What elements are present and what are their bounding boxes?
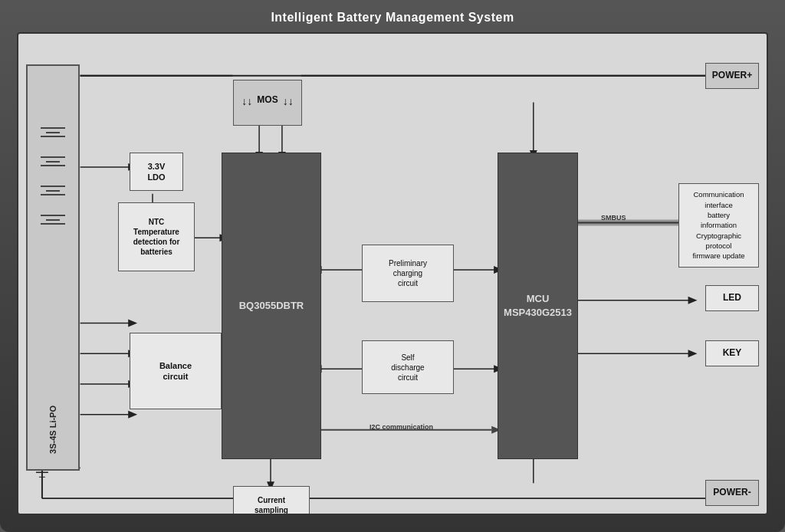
battery-block: 3S-4S Li-PO <box>26 64 80 471</box>
bq3055-label: BQ3055DBTR <box>239 299 304 313</box>
svg-marker-35 <box>688 297 698 304</box>
power-minus-block: POWER- <box>705 480 759 506</box>
self-discharge-block: Self discharge circuit <box>362 340 454 394</box>
main-container: Intelligent Battery Management System <box>0 0 785 532</box>
diagram-area: 3S-4S Li-PO <box>17 32 768 515</box>
mos-block: ↓↓ MOS ↓↓ <box>233 80 302 126</box>
key-label: KEY <box>723 347 742 360</box>
diagram-title: Intelligent Battery Management System <box>271 11 514 25</box>
svg-marker-37 <box>688 350 698 357</box>
mcu-label: MCU MSP430G2513 <box>504 292 572 320</box>
preliminary-charging-label: Preliminary charging circuit <box>389 258 427 288</box>
battery-label: 3S-4S Li-PO <box>48 406 58 454</box>
ntc-block: NTC Temperature detection for batteries <box>118 202 195 271</box>
comm-label: Communication interface battery informat… <box>692 189 744 261</box>
power-minus-label: POWER- <box>713 487 751 499</box>
i2c-label: I2C communication <box>370 423 433 431</box>
svg-marker-18 <box>128 411 137 419</box>
power-plus-label: POWER+ <box>712 70 752 82</box>
mos-label: MOS <box>257 94 278 108</box>
power-plus-block: POWER+ <box>705 63 759 89</box>
led-block: LED <box>705 285 759 311</box>
led-label: LED <box>723 292 741 304</box>
ldo-block: 3.3V LDO <box>130 153 183 191</box>
current-sampling-block: Current sampling <box>233 486 310 515</box>
preliminary-charging-block: Preliminary charging circuit <box>362 245 454 302</box>
balance-label: Balance circuit <box>159 360 192 383</box>
smbus-label: SMBUS <box>601 214 626 222</box>
comm-block: Communication interface battery informat… <box>678 183 759 268</box>
svg-marker-12 <box>128 320 137 327</box>
ntc-label: NTC Temperature detection for batteries <box>133 217 180 257</box>
mcu-block: MCU MSP430G2513 <box>498 153 578 459</box>
ldo-label: 3.3V LDO <box>147 161 165 183</box>
balance-circuit-block: Balance circuit <box>130 333 222 409</box>
bq3055-block: BQ3055DBTR <box>222 153 321 459</box>
key-block: KEY <box>705 340 759 366</box>
self-discharge-label: Self discharge circuit <box>391 353 424 383</box>
current-sampling-label: Current sampling <box>255 495 288 515</box>
